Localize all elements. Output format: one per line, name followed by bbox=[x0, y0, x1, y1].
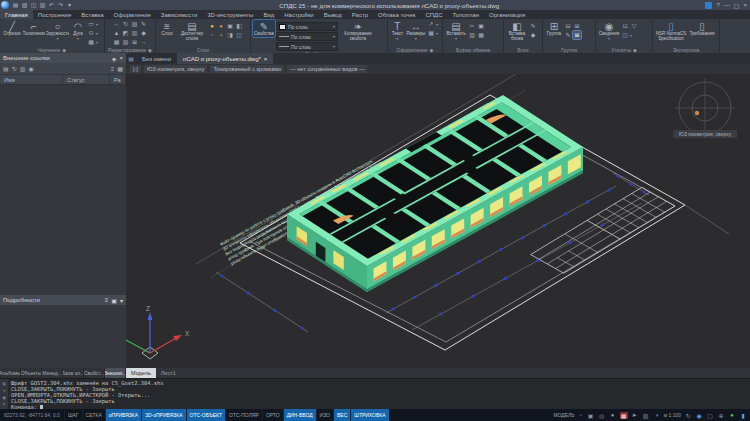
tab-close-icon[interactable]: × bbox=[264, 56, 268, 62]
insert-block-button[interactable]: ◧ Вставка блока bbox=[506, 20, 528, 41]
clean-screen-icon[interactable]: ▢ bbox=[706, 412, 714, 419]
tab-glavnaya[interactable]: Главная bbox=[0, 10, 33, 19]
tab-zavisimosti[interactable]: Зависимости bbox=[156, 10, 202, 19]
panel-toggle-icon[interactable]: ▮ bbox=[739, 412, 747, 419]
attach-xref-icon[interactable]: ▤ bbox=[3, 65, 9, 72]
command-line-window[interactable]: ▤ ✎ ▣ ≡ Шрифт GOST2.304.shx заменён на C… bbox=[0, 378, 750, 410]
doc-tab-untitled[interactable]: Без имени bbox=[136, 53, 177, 64]
grid-toggle[interactable]: СЕТКА bbox=[82, 409, 105, 421]
scale-icon[interactable]: ◆ bbox=[140, 29, 148, 37]
line-button[interactable]: ╱ Отрезок bbox=[2, 20, 22, 37]
array-icon[interactable]: ▥ bbox=[131, 29, 139, 37]
group-dialog-launcher-icon[interactable]: ◆ bbox=[430, 47, 434, 53]
layer-prev-icon[interactable]: ◫ bbox=[235, 31, 243, 39]
column-name[interactable]: Имя bbox=[0, 75, 63, 84]
cmd-edit-icon[interactable]: ✎ bbox=[3, 388, 6, 393]
xref-list[interactable] bbox=[0, 85, 126, 295]
panel-close-icon[interactable]: × bbox=[119, 55, 123, 61]
status-ok-icon[interactable]: ● bbox=[728, 412, 736, 418]
normacs-button[interactable]: ▯ NSR NormaCS Specification bbox=[655, 20, 687, 41]
pin-icon[interactable]: ◈ bbox=[112, 55, 117, 62]
ucs-icon[interactable]: Z X bbox=[126, 305, 190, 359]
layer-walk-icon[interactable]: ▫ bbox=[208, 31, 216, 39]
qat-dropdown-icon[interactable]: ▾ bbox=[66, 1, 73, 10]
details-caret-icon[interactable]: ▾ bbox=[120, 297, 123, 304]
layout-tab-model[interactable]: Модель bbox=[126, 368, 156, 378]
color-select[interactable]: По слою▾ bbox=[276, 22, 338, 31]
panel-tab-manager[interactable]: Менед... bbox=[42, 368, 63, 378]
maximize-button[interactable]: ▢ bbox=[734, 2, 740, 9]
ucs-indicator-icon[interactable]: ▦ bbox=[620, 412, 628, 419]
copy-link-icon[interactable]: ▦ bbox=[477, 31, 485, 39]
isolate-objects-icon[interactable]: ● bbox=[609, 412, 617, 418]
hatch-toggle[interactable]: ШТРИХОВКА bbox=[350, 409, 388, 421]
quick-select-icon[interactable]: ⊡ bbox=[621, 22, 629, 30]
polyline-button[interactable]: ⌐ Полилиния bbox=[23, 20, 45, 37]
group-dialog-launcher-icon[interactable]: ◆ bbox=[62, 47, 66, 53]
tab-3d-instrumenty[interactable]: 3D-инструменты bbox=[202, 10, 258, 19]
panel-tab-objects[interactable]: Объекты bbox=[21, 368, 42, 378]
new-file-icon[interactable]: ▤ bbox=[12, 1, 19, 10]
view-direction-control[interactable]: ЮЗ изометрия, сверху bbox=[144, 65, 208, 73]
annotation-scale[interactable]: м 1:100 bbox=[664, 412, 681, 418]
feedback-icon[interactable] bbox=[705, 2, 712, 9]
group-button[interactable]: ⊞ Группа bbox=[545, 20, 563, 37]
cmd-options-icon[interactable]: ▣ bbox=[3, 395, 6, 400]
viewport-menu-control[interactable]: [-] bbox=[130, 65, 141, 73]
layer-isolate-icon[interactable]: ◧ bbox=[235, 22, 243, 30]
otrack-toggle[interactable]: ОТС-ОБЪЕКТ bbox=[186, 409, 225, 421]
dimensions-button[interactable]: ↔ Размеры▾ bbox=[406, 20, 426, 40]
drawing-canvas[interactable]: Файл-пример по работе с proxy-графикой. … bbox=[126, 74, 750, 368]
hatch-icon[interactable]: ▦ bbox=[87, 38, 95, 46]
leader-icon[interactable]: ↗ bbox=[427, 20, 435, 28]
layer-on-icon[interactable]: ● bbox=[208, 22, 216, 30]
column-size[interactable]: Ра bbox=[110, 75, 126, 84]
tab-nastroyki[interactable]: Настройки bbox=[279, 10, 318, 19]
block-edit-icon[interactable]: ✎ bbox=[529, 22, 537, 30]
sync-icon[interactable]: ↻ bbox=[684, 412, 692, 419]
refresh-xref-icon[interactable]: ↻ bbox=[12, 65, 17, 72]
tab-oblaka-tochek[interactable]: Облака точек bbox=[373, 10, 420, 19]
history-icon[interactable]: ◑ bbox=[653, 412, 661, 418]
panel-tab-properties[interactable]: Свойст... bbox=[84, 368, 105, 378]
group-manager-icon[interactable]: ✎ bbox=[564, 31, 572, 39]
navigation-compass[interactable]: ЮЗ изометрия, сверху bbox=[673, 78, 737, 138]
copy-clip-icon[interactable]: ▣ bbox=[477, 22, 485, 30]
layer-manager-button[interactable]: ▤ Диспетчер слоёв bbox=[177, 20, 207, 41]
list-view-icon[interactable]: ≡ bbox=[111, 66, 115, 72]
notifications-icon[interactable]: ◉ bbox=[695, 412, 703, 419]
match-properties-button[interactable]: ❧ Копирование свойств bbox=[339, 20, 377, 41]
trim-icon[interactable]: ▨ bbox=[131, 20, 139, 28]
arc-button[interactable]: ◠ Дуга▾ bbox=[70, 20, 86, 40]
osnap-toggle[interactable]: оПРИВЯЗКА bbox=[105, 409, 141, 421]
mirror-icon[interactable]: ▲ bbox=[113, 29, 121, 37]
text-button[interactable]: T Текст▾ bbox=[390, 20, 405, 40]
saved-views-control[interactable]: — нет сохранённых видов — bbox=[287, 65, 367, 73]
tab-postroenie[interactable]: Построение bbox=[33, 10, 76, 19]
redo-icon[interactable]: ↷ bbox=[57, 1, 64, 10]
rectangle-icon[interactable]: ▭ bbox=[87, 20, 95, 28]
linetype-select[interactable]: По слою▾ bbox=[276, 32, 338, 41]
tab-topoplan[interactable]: Топоплан bbox=[447, 10, 484, 19]
group-edit-icon[interactable]: ⊞ bbox=[573, 22, 581, 30]
lineweight-toggle[interactable]: ВЕС bbox=[333, 409, 350, 421]
panel-tab-albums[interactable]: Альбомы bbox=[0, 368, 21, 378]
snap-target-icon[interactable]: ◎ bbox=[598, 412, 606, 419]
lineweight-select[interactable]: По слою▾ bbox=[276, 42, 338, 51]
cmd-menu-icon[interactable]: ≡ bbox=[3, 402, 6, 407]
selection-cycling-icon[interactable]: ► bbox=[631, 412, 639, 418]
panel-tab-element-base[interactable]: База эл... bbox=[63, 368, 84, 378]
doc-tab-active[interactable]: nCAD и proxy-объекты.dwg* × bbox=[177, 53, 273, 64]
details-panel-icon[interactable]: ▣ bbox=[111, 297, 117, 304]
compass-marker-icon[interactable] bbox=[695, 111, 699, 115]
filter-icon[interactable]: ▽ bbox=[630, 22, 638, 30]
panel-tab-external[interactable]: Внешни... bbox=[105, 368, 126, 378]
minimize-button[interactable]: — bbox=[724, 2, 730, 8]
rotate-icon[interactable]: ↻ bbox=[122, 20, 130, 28]
group-dialog-launcher-icon[interactable]: ◆ bbox=[633, 47, 637, 53]
osnap3d-toggle[interactable]: 3D-оПРИВЯЗКА bbox=[141, 409, 185, 421]
layer-lock-icon[interactable]: ▣ bbox=[226, 22, 234, 30]
fillet-icon[interactable]: ◩ bbox=[122, 29, 130, 37]
tab-vid[interactable]: Вид bbox=[258, 10, 279, 19]
polar-toggle[interactable]: ОТС-ПОЛЯР bbox=[225, 409, 262, 421]
